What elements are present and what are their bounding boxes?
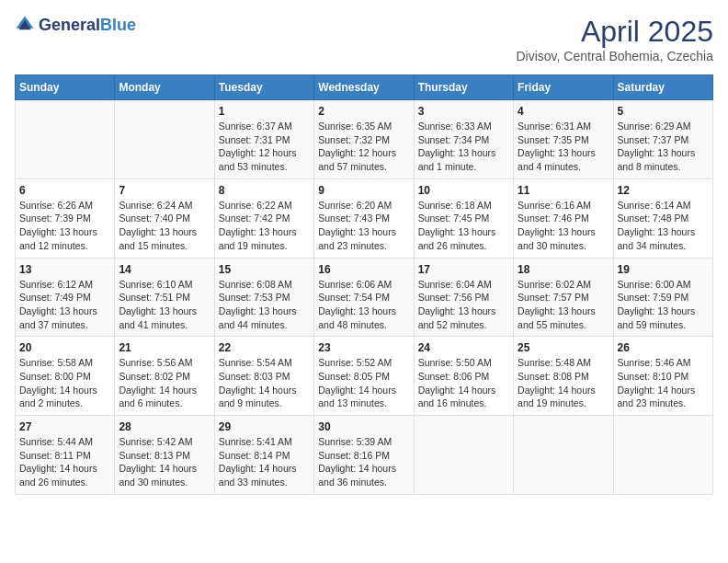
calendar-cell: 17Sunrise: 6:04 AM Sunset: 7:56 PM Dayli… <box>414 258 513 337</box>
calendar-cell: 1Sunrise: 6:37 AM Sunset: 7:31 PM Daylig… <box>214 100 313 179</box>
day-detail: Sunrise: 6:37 AM Sunset: 7:31 PM Dayligh… <box>219 120 310 174</box>
day-number: 7 <box>119 184 210 197</box>
day-headers-row: SundayMondayTuesdayWednesdayThursdayFrid… <box>16 75 713 100</box>
day-number: 30 <box>318 420 409 433</box>
calendar-cell: 7Sunrise: 6:24 AM Sunset: 7:40 PM Daylig… <box>115 178 214 258</box>
calendar-cell: 10Sunrise: 6:18 AM Sunset: 7:45 PM Dayli… <box>414 178 513 258</box>
calendar-cell: 4Sunrise: 6:31 AM Sunset: 7:35 PM Daylig… <box>514 100 613 179</box>
day-header-sunday: Sunday <box>16 75 115 100</box>
day-detail: Sunrise: 6:06 AM Sunset: 7:54 PM Dayligh… <box>318 278 409 332</box>
day-number: 21 <box>119 341 210 354</box>
day-number: 19 <box>618 263 709 276</box>
day-header-wednesday: Wednesday <box>314 75 414 100</box>
week-row-5: 27Sunrise: 5:44 AM Sunset: 8:11 PM Dayli… <box>16 416 713 495</box>
day-detail: Sunrise: 5:42 AM Sunset: 8:13 PM Dayligh… <box>119 435 210 489</box>
calendar-cell: 2Sunrise: 6:35 AM Sunset: 7:32 PM Daylig… <box>314 100 414 179</box>
week-row-2: 6Sunrise: 6:26 AM Sunset: 7:39 PM Daylig… <box>16 178 713 258</box>
calendar-cell: 5Sunrise: 6:29 AM Sunset: 7:37 PM Daylig… <box>613 100 712 179</box>
day-number: 6 <box>19 184 110 197</box>
calendar-body: 1Sunrise: 6:37 AM Sunset: 7:31 PM Daylig… <box>16 100 713 495</box>
calendar-cell: 20Sunrise: 5:58 AM Sunset: 8:00 PM Dayli… <box>16 337 115 416</box>
calendar-cell: 6Sunrise: 6:26 AM Sunset: 7:39 PM Daylig… <box>16 178 115 258</box>
calendar-cell: 24Sunrise: 5:50 AM Sunset: 8:06 PM Dayli… <box>414 337 513 416</box>
title-block: April 2025 Divisov, Central Bohemia, Cze… <box>517 15 714 63</box>
day-detail: Sunrise: 5:50 AM Sunset: 8:06 PM Dayligh… <box>418 356 509 410</box>
day-detail: Sunrise: 5:46 AM Sunset: 8:10 PM Dayligh… <box>618 356 709 410</box>
calendar-cell: 9Sunrise: 6:20 AM Sunset: 7:43 PM Daylig… <box>314 178 414 258</box>
day-detail: Sunrise: 6:29 AM Sunset: 7:37 PM Dayligh… <box>618 120 709 174</box>
calendar-cell: 22Sunrise: 5:54 AM Sunset: 8:03 PM Dayli… <box>214 337 313 416</box>
day-number: 3 <box>418 105 509 118</box>
main-title: April 2025 <box>517 15 714 49</box>
day-number: 18 <box>518 263 609 276</box>
logo-general-text: General <box>39 16 100 34</box>
day-detail: Sunrise: 5:56 AM Sunset: 8:02 PM Dayligh… <box>119 356 210 410</box>
day-header-tuesday: Tuesday <box>214 75 313 100</box>
day-detail: Sunrise: 6:08 AM Sunset: 7:53 PM Dayligh… <box>219 278 310 332</box>
day-header-friday: Friday <box>514 75 613 100</box>
calendar-cell: 28Sunrise: 5:42 AM Sunset: 8:13 PM Dayli… <box>115 416 214 495</box>
day-number: 23 <box>318 341 409 354</box>
calendar-cell <box>115 100 214 179</box>
day-detail: Sunrise: 6:10 AM Sunset: 7:51 PM Dayligh… <box>119 278 210 332</box>
day-header-saturday: Saturday <box>613 75 712 100</box>
calendar-header: SundayMondayTuesdayWednesdayThursdayFrid… <box>16 75 713 100</box>
day-detail: Sunrise: 6:35 AM Sunset: 7:32 PM Dayligh… <box>318 120 409 174</box>
day-header-monday: Monday <box>115 75 214 100</box>
calendar-cell: 12Sunrise: 6:14 AM Sunset: 7:48 PM Dayli… <box>613 178 712 258</box>
day-number: 4 <box>518 105 609 118</box>
day-number: 16 <box>318 263 409 276</box>
day-detail: Sunrise: 6:26 AM Sunset: 7:39 PM Dayligh… <box>19 199 110 253</box>
day-number: 2 <box>318 105 409 118</box>
week-row-4: 20Sunrise: 5:58 AM Sunset: 8:00 PM Dayli… <box>16 337 713 416</box>
day-number: 29 <box>219 420 310 433</box>
subtitle: Divisov, Central Bohemia, Czechia <box>517 49 714 63</box>
page-header: GeneralBlue April 2025 Divisov, Central … <box>15 15 713 63</box>
calendar-cell: 18Sunrise: 6:02 AM Sunset: 7:57 PM Dayli… <box>514 258 613 337</box>
week-row-3: 13Sunrise: 6:12 AM Sunset: 7:49 PM Dayli… <box>16 258 713 337</box>
day-number: 24 <box>418 341 509 354</box>
logo-blue-text: Blue <box>100 16 136 34</box>
day-detail: Sunrise: 6:31 AM Sunset: 7:35 PM Dayligh… <box>518 120 609 174</box>
calendar-cell: 8Sunrise: 6:22 AM Sunset: 7:42 PM Daylig… <box>214 178 313 258</box>
day-number: 20 <box>19 341 110 354</box>
calendar-cell: 29Sunrise: 5:41 AM Sunset: 8:14 PM Dayli… <box>214 416 313 495</box>
day-detail: Sunrise: 5:52 AM Sunset: 8:05 PM Dayligh… <box>318 356 409 410</box>
day-number: 17 <box>418 263 509 276</box>
logo-icon <box>15 15 35 35</box>
calendar-cell: 16Sunrise: 6:06 AM Sunset: 7:54 PM Dayli… <box>314 258 414 337</box>
day-number: 22 <box>219 341 310 354</box>
day-number: 27 <box>19 420 110 433</box>
day-number: 25 <box>518 341 609 354</box>
day-detail: Sunrise: 6:22 AM Sunset: 7:42 PM Dayligh… <box>219 199 310 253</box>
calendar-cell: 14Sunrise: 6:10 AM Sunset: 7:51 PM Dayli… <box>115 258 214 337</box>
day-number: 10 <box>418 184 509 197</box>
calendar-cell <box>514 416 613 495</box>
day-header-thursday: Thursday <box>414 75 513 100</box>
day-number: 1 <box>219 105 310 118</box>
day-detail: Sunrise: 6:16 AM Sunset: 7:46 PM Dayligh… <box>518 199 609 253</box>
day-detail: Sunrise: 6:14 AM Sunset: 7:48 PM Dayligh… <box>618 199 709 253</box>
day-detail: Sunrise: 5:44 AM Sunset: 8:11 PM Dayligh… <box>19 435 110 489</box>
day-number: 28 <box>119 420 210 433</box>
day-number: 14 <box>119 263 210 276</box>
calendar-cell: 13Sunrise: 6:12 AM Sunset: 7:49 PM Dayli… <box>16 258 115 337</box>
day-number: 26 <box>618 341 709 354</box>
day-number: 15 <box>219 263 310 276</box>
calendar-cell: 30Sunrise: 5:39 AM Sunset: 8:16 PM Dayli… <box>314 416 414 495</box>
day-detail: Sunrise: 5:54 AM Sunset: 8:03 PM Dayligh… <box>219 356 310 410</box>
day-detail: Sunrise: 6:24 AM Sunset: 7:40 PM Dayligh… <box>119 199 210 253</box>
calendar-cell: 25Sunrise: 5:48 AM Sunset: 8:08 PM Dayli… <box>514 337 613 416</box>
calendar-cell: 19Sunrise: 6:00 AM Sunset: 7:59 PM Dayli… <box>613 258 712 337</box>
day-detail: Sunrise: 5:48 AM Sunset: 8:08 PM Dayligh… <box>518 356 609 410</box>
day-detail: Sunrise: 6:02 AM Sunset: 7:57 PM Dayligh… <box>518 278 609 332</box>
calendar-cell: 27Sunrise: 5:44 AM Sunset: 8:11 PM Dayli… <box>16 416 115 495</box>
calendar-table: SundayMondayTuesdayWednesdayThursdayFrid… <box>15 75 713 495</box>
logo: GeneralBlue <box>15 15 136 35</box>
week-row-1: 1Sunrise: 6:37 AM Sunset: 7:31 PM Daylig… <box>16 100 713 179</box>
day-detail: Sunrise: 5:41 AM Sunset: 8:14 PM Dayligh… <box>219 435 310 489</box>
day-number: 8 <box>219 184 310 197</box>
calendar-cell: 26Sunrise: 5:46 AM Sunset: 8:10 PM Dayli… <box>613 337 712 416</box>
day-number: 12 <box>618 184 709 197</box>
calendar-cell: 11Sunrise: 6:16 AM Sunset: 7:46 PM Dayli… <box>514 178 613 258</box>
